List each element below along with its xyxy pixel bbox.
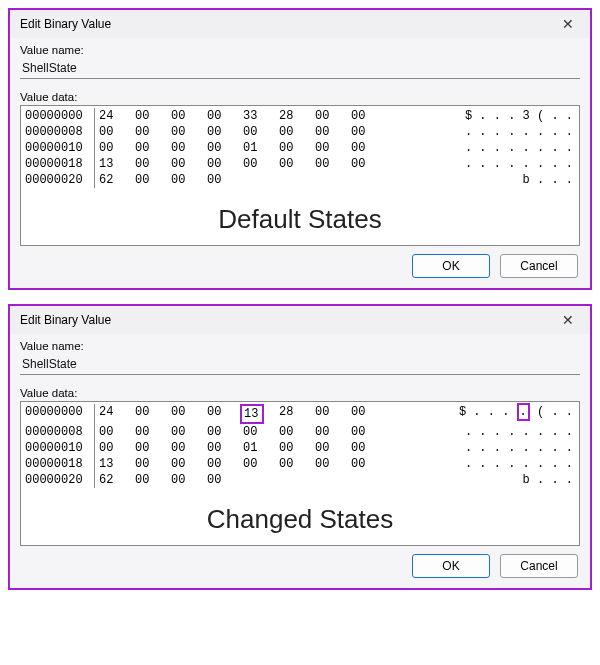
hex-cell[interactable]: 00	[207, 140, 243, 156]
hex-cell[interactable]: 00	[171, 404, 207, 424]
hex-cell[interactable]: 00	[207, 424, 243, 440]
hex-cell[interactable]: 00	[207, 440, 243, 456]
offset-cell: 00000018	[23, 456, 95, 472]
hex-cell[interactable]: 00	[135, 140, 171, 156]
hex-cell[interactable]: 24	[99, 404, 135, 424]
hex-cell[interactable]: 00	[351, 124, 387, 140]
hex-cell[interactable]: 00	[279, 156, 315, 172]
hex-cell[interactable]: 00	[135, 124, 171, 140]
hex-cell[interactable]: 00	[315, 124, 351, 140]
ok-button[interactable]: OK	[412, 254, 490, 278]
hex-cell[interactable]: 00	[207, 156, 243, 172]
hex-cell[interactable]: 00	[99, 140, 135, 156]
hex-cell[interactable]: 28	[279, 108, 315, 124]
hex-cell[interactable]: 00	[135, 424, 171, 440]
hex-editor[interactable]: 000000002400000033280000$ . . . 3 ( . .0…	[20, 105, 580, 246]
close-icon[interactable]: ✕	[554, 310, 582, 330]
hex-cell[interactable]: 00	[315, 404, 351, 424]
hex-cell[interactable]: 00	[315, 440, 351, 456]
hex-cell[interactable]: 00	[243, 124, 279, 140]
value-name-field[interactable]: ShellState	[20, 354, 580, 375]
hex-cell[interactable]: 00	[243, 456, 279, 472]
value-name-field[interactable]: ShellState	[20, 58, 580, 79]
hex-editor[interactable]: 000000002400000013280000$ . . . . ( . .0…	[20, 401, 580, 546]
hex-cell[interactable]: 00	[351, 140, 387, 156]
cancel-button[interactable]: Cancel	[500, 554, 578, 578]
hex-cell[interactable]	[351, 472, 387, 488]
hex-cell[interactable]: 00	[207, 472, 243, 488]
hex-cell[interactable]: 00	[351, 440, 387, 456]
hex-cell[interactable]: 00	[135, 456, 171, 472]
hex-grid[interactable]: 000000002400000013280000$ . . . . ( . .0…	[21, 402, 579, 490]
hex-cell[interactable]	[279, 172, 315, 188]
hex-cell[interactable]	[243, 472, 279, 488]
ascii-cell: . . . . . . . .	[465, 124, 577, 140]
hex-cell[interactable]: 00	[279, 456, 315, 472]
hex-cell[interactable]: 00	[279, 424, 315, 440]
hex-cell[interactable]: 00	[135, 156, 171, 172]
hex-cell[interactable]: 33	[243, 108, 279, 124]
hex-cell[interactable]: 00	[171, 108, 207, 124]
button-row: OK Cancel	[10, 546, 590, 588]
hex-cell[interactable]: 00	[351, 156, 387, 172]
hex-cell[interactable]: 01	[243, 140, 279, 156]
offset-cell: 00000020	[23, 472, 95, 488]
hex-cell[interactable]: 00	[351, 424, 387, 440]
hex-cell[interactable]: 00	[279, 140, 315, 156]
hex-cell[interactable]: 00	[315, 108, 351, 124]
hex-cell[interactable]: 13	[99, 156, 135, 172]
hex-cell[interactable]: 00	[99, 124, 135, 140]
hex-cell[interactable]: 00	[243, 424, 279, 440]
hex-grid[interactable]: 000000002400000033280000$ . . . 3 ( . .0…	[21, 106, 579, 190]
hex-cell[interactable]: 00	[279, 124, 315, 140]
hex-cell[interactable]	[279, 472, 315, 488]
close-icon[interactable]: ✕	[554, 14, 582, 34]
hex-cell[interactable]	[351, 172, 387, 188]
hex-cell[interactable]: 62	[99, 472, 135, 488]
hex-cell[interactable]: 00	[99, 424, 135, 440]
hex-cell[interactable]	[243, 172, 279, 188]
hex-cell[interactable]: 00	[207, 456, 243, 472]
ok-button[interactable]: OK	[412, 554, 490, 578]
hex-cell[interactable]: 00	[171, 456, 207, 472]
offset-cell: 00000010	[23, 140, 95, 156]
hex-cell[interactable]: 00	[351, 456, 387, 472]
hex-cell[interactable]: 00	[207, 108, 243, 124]
hex-cell[interactable]: 00	[135, 472, 171, 488]
hex-cell[interactable]: 00	[135, 440, 171, 456]
hex-cell[interactable]: 00	[351, 404, 387, 424]
hex-cell[interactable]: 01	[243, 440, 279, 456]
cancel-button[interactable]: Cancel	[500, 254, 578, 278]
hex-cell[interactable]: 00	[171, 440, 207, 456]
hex-cell[interactable]	[315, 172, 351, 188]
hex-cell[interactable]: 00	[207, 404, 243, 424]
hex-cell[interactable]: 00	[351, 108, 387, 124]
hex-cell[interactable]: 00	[243, 156, 279, 172]
hex-cell[interactable]: 13	[99, 456, 135, 472]
hex-cell[interactable]: 28	[279, 404, 315, 424]
hex-cell[interactable]: 13	[243, 404, 279, 424]
hex-cell[interactable]: 00	[315, 456, 351, 472]
hex-cell[interactable]: 00	[171, 156, 207, 172]
hex-cell[interactable]: 00	[135, 172, 171, 188]
hex-row: 000000002400000033280000$ . . . 3 ( . .	[23, 108, 577, 124]
hex-cell[interactable]: 24	[99, 108, 135, 124]
hex-cell[interactable]: 00	[135, 108, 171, 124]
hex-cell[interactable]: 00	[315, 424, 351, 440]
hex-cell[interactable]: 00	[207, 172, 243, 188]
hex-cell[interactable]: 00	[207, 124, 243, 140]
hex-cell[interactable]	[315, 472, 351, 488]
hex-cell[interactable]: 00	[99, 440, 135, 456]
hex-cell[interactable]: 00	[315, 156, 351, 172]
hex-cell[interactable]: 62	[99, 172, 135, 188]
caption-changed: Changed States	[21, 490, 579, 545]
edit-binary-dialog-changed: Edit Binary Value ✕ Value name: ShellSta…	[8, 304, 592, 590]
hex-cell[interactable]: 00	[171, 140, 207, 156]
hex-cell[interactable]: 00	[171, 124, 207, 140]
hex-cell[interactable]: 00	[171, 472, 207, 488]
hex-cell[interactable]: 00	[315, 140, 351, 156]
hex-cell[interactable]: 00	[171, 172, 207, 188]
hex-cell[interactable]: 00	[171, 424, 207, 440]
hex-cell[interactable]: 00	[279, 440, 315, 456]
hex-cell[interactable]: 00	[135, 404, 171, 424]
